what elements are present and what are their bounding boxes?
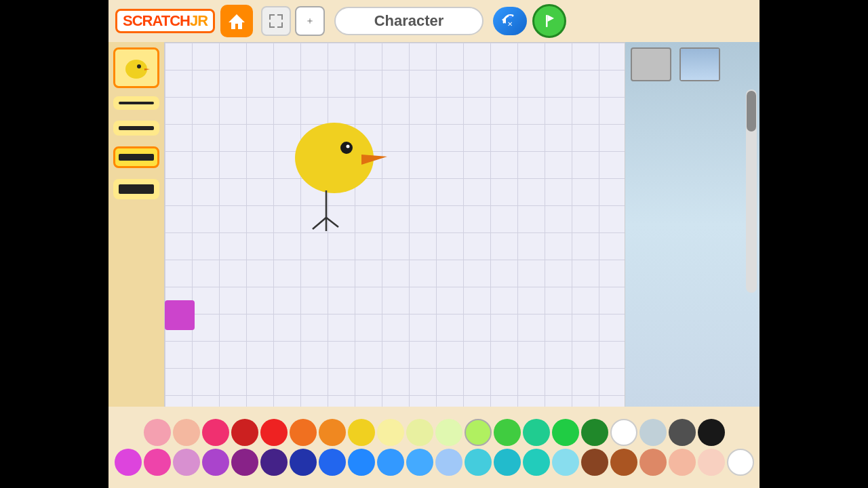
color-swatch-lightgray[interactable] <box>639 419 667 446</box>
stroke-xlarge[interactable] <box>113 179 159 199</box>
svg-point-18 <box>340 142 353 154</box>
color-swatch-black[interactable] <box>698 419 725 446</box>
scratch-text: SCRATCH <box>123 12 190 29</box>
scene-thumb-2[interactable] <box>679 47 720 81</box>
color-swatch-orchid[interactable] <box>173 449 200 476</box>
color-swatch-green[interactable] <box>494 419 521 446</box>
new-page-button[interactable]: ＋ <box>295 6 325 36</box>
color-swatch-darkred[interactable] <box>231 419 258 446</box>
stroke-sm-indicator <box>119 102 154 104</box>
color-swatch-darkpurple[interactable] <box>231 449 258 476</box>
color-swatch-lightyellow[interactable] <box>406 419 433 446</box>
color-swatch-yellowgreen[interactable] <box>435 419 462 446</box>
svg-rect-6 <box>269 22 271 28</box>
svg-rect-4 <box>281 14 283 20</box>
scene-thumb-1[interactable] <box>631 47 671 81</box>
color-swatch-purple[interactable] <box>202 449 229 476</box>
new-page-icon: ＋ <box>305 15 315 27</box>
drawing-surface[interactable] <box>165 43 625 407</box>
svg-rect-10 <box>509 16 512 18</box>
color-swatch-brown[interactable] <box>581 449 608 476</box>
color-swatch-lightskin[interactable] <box>698 449 725 476</box>
color-swatch-sienna[interactable] <box>610 449 637 476</box>
stroke-medium[interactable] <box>113 121 159 136</box>
svg-rect-8 <box>281 22 283 28</box>
fullscreen-button[interactable] <box>261 6 291 36</box>
scene-thumb-2-bg <box>681 49 719 80</box>
color-swatch-white[interactable] <box>610 419 637 446</box>
color-swatch-navy[interactable] <box>290 449 317 476</box>
color-swatch-darkcyan[interactable] <box>494 449 521 476</box>
color-swatch-tan[interactable] <box>639 449 667 476</box>
active-color-preview <box>165 300 195 330</box>
fullscreen-icon <box>268 13 284 29</box>
color-swatch-turquoise[interactable] <box>523 449 550 476</box>
svg-marker-20 <box>361 155 387 165</box>
character-label-text: Character <box>374 12 444 30</box>
undo-button[interactable]: ✕ <box>493 7 527 35</box>
color-swatch-teal[interactable] <box>523 419 550 446</box>
right-panel-background <box>625 42 760 408</box>
svg-point-15 <box>137 64 141 68</box>
left-sidebar <box>108 42 164 408</box>
color-swatch-skin[interactable] <box>669 449 696 476</box>
color-swatch-deeppink[interactable] <box>144 449 171 476</box>
color-swatch-cornflower[interactable] <box>377 449 404 476</box>
color-swatch-darkorange[interactable] <box>290 419 317 446</box>
color-swatch-lightgreen[interactable] <box>552 419 579 446</box>
color-swatch-darkgreen[interactable] <box>581 419 608 446</box>
svg-text:✕: ✕ <box>507 20 513 28</box>
color-swatch-darkgray[interactable] <box>669 419 696 446</box>
logo-text: SCRATCHJR <box>115 9 215 33</box>
character-label: Character <box>334 7 484 35</box>
svg-point-14 <box>125 60 147 79</box>
flag-icon <box>540 12 558 30</box>
color-swatch-lime[interactable] <box>465 419 492 446</box>
color-swatch-peach[interactable] <box>173 419 200 446</box>
svg-line-22 <box>313 218 326 229</box>
color-swatch-pink[interactable] <box>144 419 171 446</box>
color-swatch-magenta[interactable] <box>115 449 142 476</box>
scrollbar-track <box>746 89 757 293</box>
color-swatch-yellow[interactable] <box>348 419 375 446</box>
color-swatch-lightblue[interactable] <box>435 449 462 476</box>
stroke-md-indicator <box>119 126 154 130</box>
color-swatch-lightcyan[interactable] <box>552 449 579 476</box>
right-sidebar <box>625 42 760 408</box>
color-swatch-skyblue[interactable] <box>406 449 433 476</box>
color-swatch-white2[interactable] <box>727 449 754 476</box>
stroke-large[interactable] <box>113 146 159 168</box>
color-swatch-paleyellow[interactable] <box>377 419 404 446</box>
color-swatch-royalblue[interactable] <box>348 449 375 476</box>
character-thumbnail[interactable] <box>113 47 159 88</box>
color-swatch-blue[interactable] <box>319 449 346 476</box>
character-preview-icon <box>119 52 154 84</box>
svg-rect-2 <box>269 14 271 20</box>
play-button[interactable] <box>532 4 566 38</box>
stroke-thin[interactable] <box>113 96 159 110</box>
bird-character <box>273 104 422 239</box>
color-swatch-hotpink[interactable] <box>202 419 229 446</box>
color-swatch-red[interactable] <box>260 419 288 446</box>
drawing-canvas-area[interactable] <box>164 42 625 408</box>
stroke-lg-indicator <box>119 154 154 161</box>
svg-marker-0 <box>229 14 245 29</box>
home-icon <box>227 12 246 30</box>
svg-marker-13 <box>548 15 555 22</box>
color-row-1 <box>144 419 725 446</box>
scrollbar-thumb[interactable] <box>747 91 756 131</box>
svg-rect-12 <box>546 15 548 27</box>
logo: SCRATCHJR <box>115 9 215 33</box>
color-swatch-orange[interactable] <box>319 419 346 446</box>
svg-line-24 <box>326 218 338 227</box>
color-swatch-cyan[interactable] <box>465 449 492 476</box>
color-row-2 <box>115 449 754 476</box>
jr-text: JR <box>190 12 208 29</box>
stroke-xl-indicator <box>119 184 154 194</box>
toolbar: ＋ <box>261 6 325 36</box>
undo-icon: ✕ <box>499 12 521 30</box>
home-button[interactable] <box>220 5 253 37</box>
color-palette <box>108 407 760 488</box>
header: SCRATCHJR <box>108 0 760 42</box>
color-swatch-darkviolet[interactable] <box>260 449 288 476</box>
